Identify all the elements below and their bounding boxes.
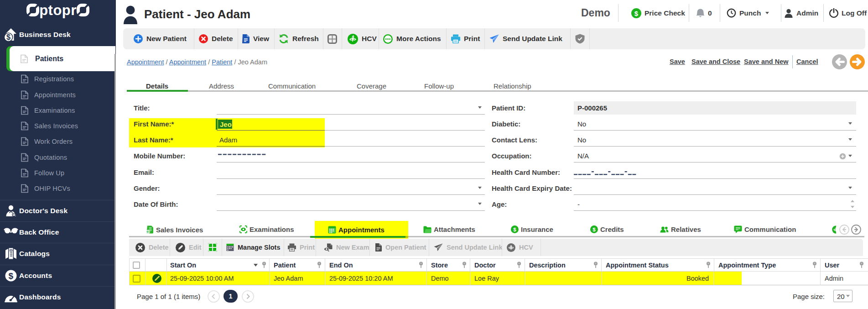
svg-text:$: $ xyxy=(6,33,10,41)
svg-text:$: $ xyxy=(513,227,516,232)
svg-text:$: $ xyxy=(147,230,149,234)
svg-text:$: $ xyxy=(634,9,639,17)
svg-text:$: $ xyxy=(593,227,596,232)
svg-text:$: $ xyxy=(9,271,14,280)
